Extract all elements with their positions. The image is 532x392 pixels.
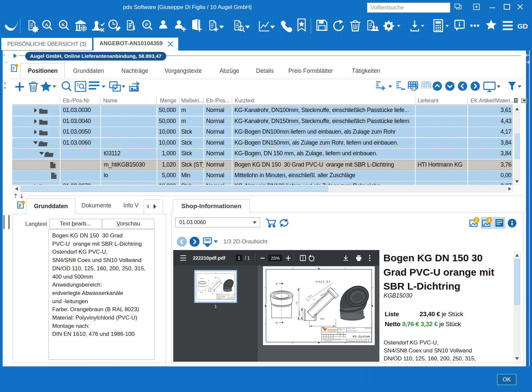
svg-text:A: A <box>45 22 48 27</box>
svg-text:GD: GD <box>517 22 528 30</box>
svg-text:222210pdf.pdf: 222210pdf.pdf <box>193 255 225 261</box>
svg-text:1: 1 <box>238 255 240 261</box>
svg-text:2: 2 <box>475 218 477 223</box>
svg-text:/ 1: / 1 <box>245 255 250 261</box>
svg-text:P: P <box>145 22 148 27</box>
svg-text:K: K <box>62 22 65 27</box>
svg-text:3: 3 <box>488 218 490 223</box>
svg-text:25%: 25% <box>271 256 280 261</box>
